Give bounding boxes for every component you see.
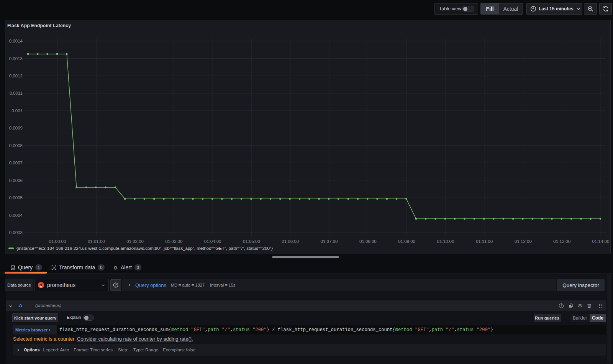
svg-text:0.0014: 0.0014 bbox=[9, 39, 23, 43]
svg-text:01:00:00: 01:00:00 bbox=[49, 239, 66, 244]
svg-text:01:01:00: 01:01:00 bbox=[88, 239, 105, 244]
svg-text:0.0013: 0.0013 bbox=[9, 56, 23, 61]
svg-text:0.0008: 0.0008 bbox=[9, 143, 23, 148]
svg-text:01:11:00: 01:11:00 bbox=[476, 239, 493, 244]
svg-text:0.0005: 0.0005 bbox=[9, 195, 23, 200]
svg-text:01:02:00: 01:02:00 bbox=[126, 239, 144, 244]
svg-text:01:13:00: 01:13:00 bbox=[553, 239, 570, 244]
svg-text:0.001: 0.001 bbox=[11, 108, 23, 113]
svg-text:0.0006: 0.0006 bbox=[9, 178, 23, 183]
svg-text:0.0004: 0.0004 bbox=[9, 213, 23, 218]
svg-text:01:08:00: 01:08:00 bbox=[359, 239, 377, 244]
svg-text:0.0011: 0.0011 bbox=[10, 91, 23, 95]
svg-text:0.0007: 0.0007 bbox=[9, 161, 23, 165]
svg-text:01:07:00: 01:07:00 bbox=[321, 239, 338, 244]
svg-text:01:05:00: 01:05:00 bbox=[243, 239, 260, 244]
svg-text:01:14:00: 01:14:00 bbox=[592, 239, 610, 244]
svg-text:01:12:00: 01:12:00 bbox=[515, 239, 532, 244]
svg-text:01:10:00: 01:10:00 bbox=[437, 239, 454, 244]
svg-text:01:09:00: 01:09:00 bbox=[398, 239, 415, 244]
svg-text:01:03:00: 01:03:00 bbox=[166, 239, 183, 244]
svg-text:0.0009: 0.0009 bbox=[9, 126, 23, 130]
svg-text:01:06:00: 01:06:00 bbox=[282, 239, 299, 244]
svg-text:0.0012: 0.0012 bbox=[9, 74, 23, 78]
svg-text:0.0003: 0.0003 bbox=[9, 230, 23, 235]
svg-text:01:04:00: 01:04:00 bbox=[204, 239, 221, 244]
